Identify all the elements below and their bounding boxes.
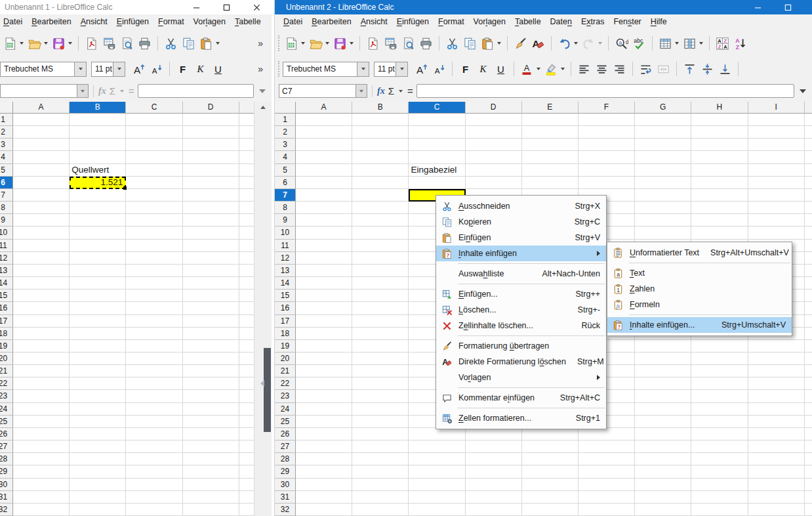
column-header-d[interactable]: D bbox=[466, 102, 522, 114]
cell[interactable] bbox=[352, 328, 409, 340]
copy-button[interactable] bbox=[180, 33, 197, 53]
cell[interactable] bbox=[352, 340, 409, 353]
cell[interactable] bbox=[70, 340, 126, 353]
cell[interactable] bbox=[126, 226, 182, 239]
scroll-up-icon[interactable] bbox=[254, 102, 272, 113]
cell[interactable] bbox=[183, 126, 239, 139]
cell[interactable] bbox=[691, 340, 748, 353]
row-header-17[interactable]: 17 bbox=[275, 315, 296, 328]
cell[interactable] bbox=[70, 126, 126, 139]
cell[interactable] bbox=[805, 265, 812, 277]
menubar-item-einf-gen[interactable]: Einfügen bbox=[392, 16, 434, 28]
font-name-combobox[interactable]: Trebuchet MS bbox=[283, 62, 369, 77]
cell[interactable] bbox=[466, 151, 522, 163]
cell[interactable] bbox=[126, 315, 182, 328]
cell[interactable] bbox=[183, 240, 239, 252]
cell[interactable] bbox=[466, 139, 522, 151]
underline-button[interactable]: U bbox=[209, 60, 227, 77]
cell[interactable] bbox=[183, 340, 239, 353]
cell[interactable] bbox=[126, 390, 182, 402]
cell[interactable] bbox=[805, 126, 812, 139]
cell[interactable] bbox=[579, 126, 635, 139]
cell[interactable] bbox=[126, 177, 182, 189]
menubar-item-datei[interactable]: Datei bbox=[0, 16, 27, 28]
cell[interactable] bbox=[70, 365, 126, 377]
sort-ascending-button[interactable]: AZ bbox=[731, 33, 749, 53]
cell[interactable] bbox=[579, 441, 635, 453]
cell[interactable] bbox=[466, 428, 522, 441]
menu-item-ausschneiden[interactable]: AusschneidenStrg+X bbox=[436, 198, 606, 214]
cell[interactable] bbox=[466, 491, 522, 504]
paste-button[interactable] bbox=[479, 33, 503, 53]
cell[interactable] bbox=[748, 365, 805, 377]
row-header-15[interactable]: 15 bbox=[275, 290, 296, 302]
cell[interactable] bbox=[691, 491, 748, 504]
cell[interactable] bbox=[13, 416, 70, 428]
menu-item-einfügen[interactable]: Einfügen...Strg++ bbox=[436, 286, 606, 302]
row-header-21[interactable]: 21 bbox=[275, 365, 296, 377]
cell[interactable] bbox=[296, 164, 352, 177]
cell[interactable] bbox=[70, 315, 126, 328]
equals-icon[interactable]: = bbox=[129, 85, 134, 97]
cell[interactable] bbox=[579, 453, 635, 465]
menubar-item-ansicht[interactable]: Ansicht bbox=[76, 16, 112, 28]
cell[interactable] bbox=[352, 479, 409, 491]
cell[interactable] bbox=[296, 315, 352, 328]
row-header-29[interactable]: 29 bbox=[0, 465, 13, 478]
row-header-18[interactable]: 18 bbox=[275, 328, 296, 340]
minimize-button[interactable] bbox=[742, 0, 773, 14]
cell[interactable] bbox=[466, 164, 522, 177]
cell[interactable] bbox=[352, 315, 409, 328]
cell[interactable] bbox=[635, 214, 691, 226]
cell[interactable] bbox=[579, 428, 635, 441]
column-header-a[interactable]: A bbox=[13, 102, 70, 114]
menubar-item-tabelle[interactable]: Tabelle bbox=[230, 16, 266, 28]
cell[interactable] bbox=[691, 164, 748, 177]
cell[interactable] bbox=[126, 504, 182, 516]
cell-B5[interactable]: Quellwert bbox=[70, 164, 126, 177]
cell[interactable] bbox=[805, 214, 812, 226]
combo-dropdown-icon[interactable] bbox=[357, 62, 369, 76]
new-calc-button[interactable] bbox=[1, 33, 26, 53]
cell[interactable] bbox=[635, 340, 691, 353]
cell[interactable] bbox=[691, 465, 748, 478]
cell[interactable] bbox=[466, 453, 522, 465]
cell[interactable] bbox=[70, 453, 126, 465]
cell[interactable] bbox=[126, 453, 182, 465]
cell[interactable] bbox=[805, 177, 812, 189]
cell[interactable] bbox=[805, 290, 812, 302]
menu-item-auswahlliste[interactable]: AuswahllisteAlt+Nach-Unten bbox=[436, 266, 606, 282]
cell[interactable] bbox=[126, 290, 182, 302]
cell[interactable] bbox=[13, 428, 70, 441]
cell[interactable] bbox=[522, 453, 579, 465]
cell[interactable] bbox=[296, 465, 352, 478]
dropdown-arrow-icon[interactable] bbox=[350, 42, 354, 45]
row-header-13[interactable]: 13 bbox=[0, 265, 13, 277]
cell[interactable] bbox=[13, 491, 70, 504]
row-header-8[interactable]: 8 bbox=[0, 202, 13, 214]
cell[interactable] bbox=[70, 353, 126, 365]
cell[interactable] bbox=[635, 139, 691, 151]
row-header-15[interactable]: 15 bbox=[0, 290, 13, 302]
print-button[interactable] bbox=[136, 33, 153, 53]
dropdown-arrow-icon[interactable] bbox=[20, 42, 24, 45]
cell[interactable] bbox=[296, 151, 352, 163]
cell[interactable] bbox=[748, 377, 805, 390]
cell[interactable] bbox=[70, 403, 126, 416]
cell[interactable] bbox=[296, 504, 352, 516]
vertical-scrollbar[interactable] bbox=[254, 102, 272, 516]
cell[interactable] bbox=[522, 139, 579, 151]
cell[interactable] bbox=[352, 403, 409, 416]
row-header-9[interactable]: 9 bbox=[275, 214, 296, 226]
cell[interactable] bbox=[13, 353, 70, 365]
menu-item-text[interactable]: aText bbox=[607, 265, 792, 281]
cell[interactable] bbox=[126, 114, 182, 126]
cell[interactable] bbox=[352, 491, 409, 504]
cell[interactable] bbox=[635, 441, 691, 453]
cell[interactable] bbox=[805, 302, 812, 314]
cell[interactable] bbox=[70, 491, 126, 504]
italic-button[interactable]: K bbox=[474, 60, 492, 77]
font-size-combobox[interactable]: 11 pt bbox=[374, 62, 408, 77]
cell[interactable] bbox=[13, 139, 70, 151]
menu-item-vorlagen[interactable]: Vorlagen bbox=[436, 370, 606, 385]
